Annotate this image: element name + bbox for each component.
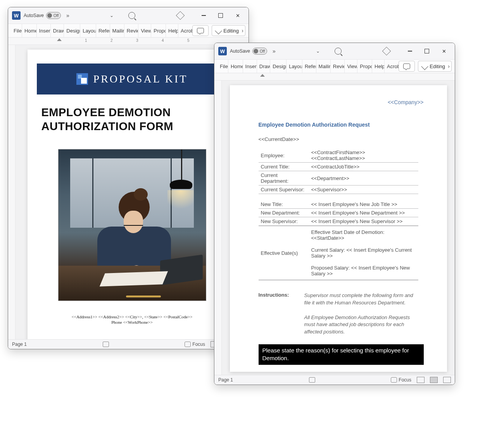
qat-overflow-icon[interactable]: »	[64, 12, 72, 19]
close-button[interactable]: ✕	[229, 7, 246, 24]
tab-view[interactable]: View	[345, 60, 357, 73]
tab-file[interactable]: File	[11, 24, 22, 37]
title-dropdown-icon[interactable]: ⌄	[106, 13, 117, 18]
word-icon: W	[12, 11, 21, 20]
tab-acrobat[interactable]: Acrob	[385, 60, 399, 73]
tab-proposal[interactable]: Propo	[357, 60, 372, 73]
tab-design[interactable]: Design	[64, 24, 80, 37]
editing-mode-button[interactable]: Editing	[418, 61, 452, 72]
tab-draw[interactable]: Draw	[257, 60, 271, 73]
horizontal-ruler[interactable]	[214, 73, 455, 81]
word-window-2: W AutoSave Off » ⌄ ✕ File Home Insert Dr…	[214, 43, 455, 385]
tab-insert[interactable]: Insert	[243, 60, 257, 73]
table-row: Employee:<<ContractFirstName>> <<Contrac…	[259, 148, 418, 163]
logo-icon	[76, 73, 88, 85]
comment-icon	[197, 28, 204, 33]
company-field: <<Company>>	[230, 99, 424, 105]
maximize-button[interactable]	[212, 7, 229, 24]
tab-layout[interactable]: Layout	[287, 60, 302, 73]
title-dropdown-icon[interactable]: ⌄	[312, 48, 324, 54]
vertical-ruler[interactable]	[8, 45, 16, 339]
tab-file[interactable]: File	[217, 60, 228, 73]
table-row: New Title:<< Insert Employee's New Job T…	[259, 200, 418, 209]
document-page[interactable]: <<Company>> Employee Demotion Authorizat…	[230, 85, 447, 372]
tab-layout[interactable]: Layout	[80, 24, 96, 37]
autosave-toggle[interactable]: Off	[252, 48, 267, 55]
document-page[interactable]: PROPOSAL KIT EMPLOYEE DEMOTION AUTHORIZA…	[28, 50, 237, 339]
search-icon[interactable]	[335, 48, 342, 55]
label-new-title: New Title:	[259, 200, 309, 209]
vertical-ruler[interactable]	[214, 81, 222, 375]
close-button[interactable]: ✕	[435, 43, 452, 59]
tab-proposal[interactable]: Propo	[151, 24, 166, 37]
table-row: New Department:<< Insert Employee's New …	[259, 209, 418, 217]
tab-references[interactable]: Refer	[302, 60, 316, 73]
focus-label: Focus	[399, 377, 411, 383]
maximize-button[interactable]	[418, 43, 435, 59]
label-current-title: Current Title:	[259, 163, 309, 171]
diamond-icon[interactable]	[382, 47, 391, 56]
tab-acrobat[interactable]: Acrob	[178, 24, 192, 37]
minimize-button[interactable]	[401, 43, 418, 59]
minimize-button[interactable]	[195, 7, 212, 24]
tab-draw[interactable]: Draw	[51, 24, 64, 37]
tab-home[interactable]: Home	[22, 24, 37, 37]
current-date-field: <<CurrentDate>>	[259, 136, 447, 142]
tab-view[interactable]: View	[138, 24, 151, 37]
tab-home[interactable]: Home	[228, 60, 243, 73]
tab-mailings[interactable]: Mailin	[316, 60, 331, 73]
comments-button[interactable]	[192, 25, 209, 36]
tab-help[interactable]: Help	[372, 60, 385, 73]
autosave-toggle[interactable]: Off	[46, 12, 61, 19]
accessibility-icon[interactable]	[309, 377, 315, 383]
tab-references[interactable]: Refer	[96, 24, 110, 37]
document-title: EMPLOYEE DEMOTION AUTHORIZATION FORM	[41, 105, 225, 134]
label-new-dept: New Department:	[259, 209, 309, 217]
tab-review[interactable]: Revie	[124, 24, 139, 37]
address-line-2: Phone <<WorkPhone>>	[111, 320, 153, 325]
status-bar: Page 1 Focus	[8, 339, 249, 349]
form-heading: Employee Demotion Authorization Request	[259, 122, 447, 128]
diamond-icon[interactable]	[176, 11, 185, 20]
accessibility-icon[interactable]	[103, 342, 109, 347]
tab-design[interactable]: Design	[270, 60, 287, 73]
document-scroll-area[interactable]: PROPOSAL KIT EMPLOYEE DEMOTION AUTHORIZA…	[8, 45, 249, 339]
tab-insert[interactable]: Insert	[37, 24, 51, 37]
focus-mode-button[interactable]: Focus	[391, 377, 411, 383]
web-layout-icon[interactable]	[443, 377, 451, 383]
print-layout-icon[interactable]	[430, 377, 438, 383]
title-line-2: AUTHORIZATION FORM	[41, 120, 173, 132]
search-icon[interactable]	[128, 12, 135, 19]
illustration-image	[58, 149, 206, 301]
focus-mode-button[interactable]: Focus	[185, 342, 205, 347]
tab-mailings[interactable]: Mailin	[110, 24, 124, 37]
read-mode-icon[interactable]	[417, 377, 425, 383]
horizontal-ruler[interactable]: 1 2 3 4 5	[8, 38, 249, 45]
comments-button[interactable]	[399, 61, 415, 72]
tab-help[interactable]: Help	[166, 24, 178, 37]
autosave-label: AutoSave	[24, 13, 44, 18]
tab-review[interactable]: Revie	[331, 60, 345, 73]
editing-mode-button[interactable]: Editing	[212, 25, 245, 36]
status-page[interactable]: Page 1	[12, 342, 27, 347]
editing-label: Editing	[430, 64, 445, 69]
window-buttons: ✕	[195, 7, 246, 24]
banner: PROPOSAL KIT	[37, 64, 228, 94]
table-row: Current Supervisor:<<Supervisor>>	[259, 186, 418, 194]
effective-start-date: Effective Start Date of Demotion: <<Star…	[309, 226, 418, 244]
editing-label: Editing	[223, 28, 239, 34]
table-row: Current Department:<<Department>>	[259, 171, 418, 186]
instructions-p2: All Employee Demotion Authorization Requ…	[304, 314, 410, 335]
pencil-icon	[421, 63, 428, 70]
banner-text: PROPOSAL KIT	[93, 73, 188, 85]
focus-icon	[391, 377, 397, 383]
status-page[interactable]: Page 1	[218, 377, 233, 383]
instructions-block: Instructions: Supervisor must complete t…	[259, 292, 418, 336]
qat-overflow-icon[interactable]: »	[270, 48, 278, 54]
title-line-1: EMPLOYEE DEMOTION	[41, 106, 171, 119]
document-scroll-area[interactable]: <<Company>> Employee Demotion Authorizat…	[214, 81, 455, 375]
instructions-label: Instructions:	[259, 292, 293, 336]
label-new-supervisor: New Supervisor:	[259, 217, 309, 226]
instructions-p1: Supervisor must complete the following f…	[304, 292, 413, 306]
autosave-state: Off	[54, 14, 59, 18]
